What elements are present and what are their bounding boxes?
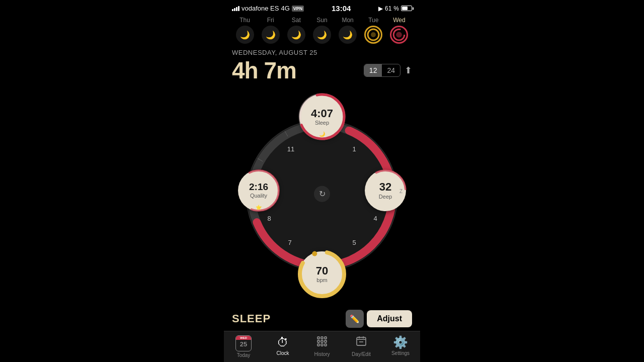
circle-area: 0 1 2 3 4 5 6 7 8 9 10 11 🌙 4:07 — [224, 84, 420, 307]
status-left: vodafone ES 4G VPN — [232, 5, 304, 12]
status-bar: vodafone ES 4G VPN 13:04 ▶ 61% — [224, 0, 420, 15]
day-thu-label: Thu — [239, 17, 250, 24]
status-right: ▶ 61% — [378, 5, 412, 12]
day-mon-label: Mon — [342, 17, 353, 24]
vpn-badge: VPN — [292, 6, 304, 12]
deep-metric[interactable]: Z 32 Deep — [365, 170, 406, 211]
time-format-toggle[interactable]: 12 24 — [364, 64, 400, 77]
nav-clock-label: Clock — [276, 350, 289, 356]
day-fri-icon: 🌙 — [262, 26, 280, 44]
svg-text:⭐: ⭐ — [256, 204, 262, 211]
nav-history-label: History — [314, 351, 330, 357]
svg-rect-49 — [325, 344, 327, 346]
nav-settings[interactable]: ⚙️ Settings — [381, 335, 420, 360]
day-tue[interactable]: Tue — [364, 17, 382, 44]
svg-rect-43 — [325, 337, 327, 339]
svg-point-1 — [371, 32, 376, 37]
svg-rect-50 — [357, 337, 366, 345]
quality-metric[interactable]: ⭐ 2:16 Quality — [238, 170, 279, 211]
days-row: Thu 🌙 Fri 🌙 Sat 🌙 Sun 🌙 Mon 🌙 Tue — [224, 15, 420, 44]
svg-rect-46 — [325, 340, 327, 342]
day-thu-icon: 🌙 — [236, 26, 254, 44]
day-sat-icon: 🌙 — [287, 26, 305, 44]
status-time: 13:04 — [332, 4, 351, 13]
day-sat[interactable]: Sat 🌙 — [287, 17, 305, 44]
svg-rect-42 — [321, 337, 323, 339]
svg-text:11: 11 — [287, 145, 294, 153]
sleep-section-label: SLEEP — [232, 312, 271, 325]
day-tue-label: Tue — [368, 17, 378, 24]
svg-point-40 — [311, 250, 318, 257]
nav-today[interactable]: WED 25 Today — [224, 335, 263, 362]
time-row: 4h 7m 12 24 ⬆ — [232, 57, 412, 84]
sleep-duration: 4h 7m — [232, 57, 296, 84]
date-text: WEDNESDAY, AUGUST 25 — [232, 49, 317, 56]
sleep-bar: SLEEP ✏️ Adjust — [224, 307, 420, 331]
pencil-button[interactable]: ✏️ — [346, 310, 364, 328]
svg-text:5: 5 — [352, 239, 356, 246]
signal-bars-icon — [232, 6, 239, 11]
nav-clock[interactable]: ⏱ Clock — [263, 335, 302, 360]
day-thu[interactable]: Thu 🌙 — [236, 17, 254, 44]
nav-settings-label: Settings — [391, 350, 410, 356]
bpm-metric[interactable]: 70 bpm — [299, 251, 345, 297]
svg-point-3 — [396, 32, 403, 38]
time-format-24[interactable]: 24 — [382, 64, 400, 76]
day-fri-label: Fri — [267, 17, 274, 24]
svg-rect-45 — [321, 340, 323, 342]
day-wed-label: Wed — [393, 17, 405, 24]
pencil-icon: ✏️ — [350, 314, 360, 324]
history-icon — [316, 335, 328, 350]
nav-day-edit-label: Day/Edit — [352, 351, 371, 357]
day-fri[interactable]: Fri 🌙 — [262, 17, 280, 44]
day-edit-icon — [355, 335, 367, 350]
svg-text:7: 7 — [288, 239, 291, 246]
svg-rect-41 — [317, 337, 319, 339]
nav-day-edit[interactable]: Day/Edit — [342, 335, 381, 361]
day-wed[interactable]: Wed — [390, 17, 408, 44]
svg-text:1: 1 — [352, 145, 356, 153]
refresh-icon[interactable]: ↻ — [314, 186, 330, 202]
svg-rect-44 — [317, 340, 319, 342]
battery-percent: 61 — [385, 5, 391, 12]
settings-icon: ⚙️ — [393, 335, 408, 349]
day-mon-icon: 🌙 — [339, 26, 357, 44]
nav-history[interactable]: History — [302, 335, 342, 361]
svg-text:8: 8 — [267, 215, 271, 222]
today-icon: WED 25 — [235, 335, 252, 351]
battery-icon — [401, 6, 412, 11]
adjust-button[interactable]: Adjust — [367, 310, 412, 327]
export-icon[interactable]: ⬆ — [405, 65, 412, 76]
battery-fill — [402, 7, 408, 10]
day-sun[interactable]: Sun 🌙 — [313, 17, 331, 44]
bottom-nav: WED 25 Today ⏱ Clock — [224, 331, 420, 362]
location-icon: ▶ — [378, 5, 383, 12]
date-section: WEDNESDAY, AUGUST 25 4h 7m 12 24 ⬆ — [224, 44, 420, 84]
sleep-metric[interactable]: 🌙 4:07 Sleep — [299, 94, 345, 139]
network-label: 4G — [281, 5, 289, 12]
clock-icon: ⏱ — [277, 335, 289, 349]
svg-text:🌙: 🌙 — [319, 131, 326, 137]
today-number: 25 — [240, 340, 247, 349]
day-sun-icon: 🌙 — [313, 26, 331, 44]
day-wed-icon — [390, 26, 408, 44]
svg-text:4: 4 — [373, 215, 377, 222]
day-sun-label: Sun — [316, 17, 327, 24]
day-mon[interactable]: Mon 🌙 — [339, 17, 357, 44]
svg-point-39 — [300, 252, 344, 296]
svg-rect-48 — [321, 344, 323, 346]
phone-container: vodafone ES 4G VPN 13:04 ▶ 61% Thu 🌙 Fri… — [224, 0, 420, 362]
nav-today-label: Today — [237, 352, 251, 358]
day-sat-label: Sat — [292, 17, 301, 24]
day-tue-icon — [364, 26, 382, 44]
time-format-12[interactable]: 12 — [364, 64, 382, 76]
svg-text:Z: Z — [399, 189, 403, 194]
carrier-label: vodafone ES — [242, 5, 279, 12]
svg-rect-47 — [317, 344, 319, 346]
adjust-row: ✏️ Adjust — [346, 310, 412, 328]
today-header: WED — [236, 336, 251, 340]
